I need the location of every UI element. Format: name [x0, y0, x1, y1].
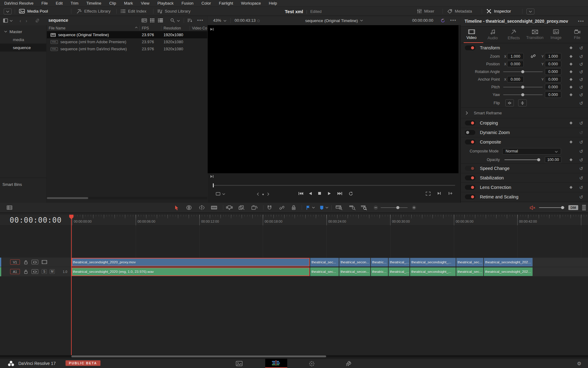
stop-button[interactable]: [318, 192, 321, 195]
viewer-zoom-level[interactable]: 43%: [213, 18, 221, 23]
composite-toggle[interactable]: [465, 140, 475, 144]
clip-frame-icon[interactable]: [42, 260, 47, 264]
media-pool-options-menu[interactable]: •••: [197, 18, 204, 23]
viewer-scrubber[interactable]: [213, 185, 455, 186]
timeline-playhead-timecode[interactable]: 00:00:00:00: [0, 215, 71, 226]
effects-library-button[interactable]: Effects Library: [77, 7, 111, 16]
fit-frame-icon[interactable]: [426, 192, 431, 196]
loop-button[interactable]: [349, 192, 353, 196]
menu-mark[interactable]: Mark: [120, 1, 137, 6]
mute-audio-icon[interactable]: [529, 204, 536, 211]
lock-icon[interactable]: [24, 270, 28, 274]
first-frame-button[interactable]: [298, 192, 303, 195]
reset-icon[interactable]: ↺: [579, 185, 583, 190]
viewer-timeline-name[interactable]: sequence (Original Timeline): [305, 18, 358, 23]
back-arrow-icon[interactable]: ‹: [20, 18, 21, 23]
zoom-y-field[interactable]: 1.000: [545, 53, 561, 59]
viewer-scrubber-playhead[interactable]: [213, 183, 214, 187]
match-frame-icon[interactable]: [437, 192, 441, 195]
anchor-x-field[interactable]: 0.000: [507, 76, 524, 82]
auto-select-icon[interactable]: [32, 260, 38, 264]
razor-edit-mode-tool[interactable]: [211, 204, 217, 211]
reset-icon[interactable]: ↺: [579, 85, 583, 89]
keyframe-icon[interactable]: [570, 86, 573, 89]
settings-gear-icon[interactable]: ⚙: [577, 361, 581, 366]
keyframe-icon[interactable]: [570, 70, 573, 73]
timeline-view-options-icon[interactable]: [6, 204, 13, 211]
dynamic-trim-mode-tool[interactable]: [198, 204, 205, 211]
menu-playback[interactable]: Playback: [153, 1, 178, 6]
keyframe-icon[interactable]: [570, 46, 573, 49]
timeline-clip[interactable]: theatrical_sec...: [310, 258, 339, 266]
media-pool-button[interactable]: Media Pool: [19, 7, 48, 16]
tab-image[interactable]: Image: [545, 26, 567, 43]
thumbnail-view-icon[interactable]: [150, 18, 154, 22]
reset-icon[interactable]: ↺: [579, 62, 583, 66]
position-lock-icon[interactable]: [290, 204, 297, 211]
table-row[interactable]: XML sequence (xml from Adobe Premiere) 2…: [47, 38, 207, 45]
sidebar-item-media[interactable]: media: [0, 36, 46, 44]
sidebar-item-master[interactable]: Master: [0, 28, 46, 36]
timeline-clip[interactable]: theatrical_secon...: [339, 267, 370, 276]
table-row[interactable]: XML sequence (xml from DaVinci Resolve) …: [47, 45, 207, 52]
timeline-clip[interactable]: theatrical_secondsight_2020 (eng, 1.0, 2…: [72, 267, 310, 276]
timeline-clip[interactable]: theatrical_secondsight_...: [410, 267, 456, 276]
timeline-clip[interactable]: theatric...: [371, 258, 388, 266]
color-page-button[interactable]: [306, 360, 317, 367]
menu-edit[interactable]: Edit: [52, 1, 66, 6]
reset-icon[interactable]: ↺: [579, 149, 583, 154]
cropping-toggle[interactable]: [465, 121, 475, 125]
custom-zoom-icon[interactable]: [361, 204, 368, 211]
marker-chevron-icon[interactable]: [325, 204, 329, 211]
reset-icon[interactable]: ↺: [579, 92, 583, 97]
timeline-clip[interactable]: theatrical_...: [389, 267, 409, 276]
audio-track-header[interactable]: A1 S M 1.0: [0, 267, 71, 276]
trim-edit-mode-tool[interactable]: [186, 204, 192, 211]
list-view-icon[interactable]: [158, 18, 163, 22]
timeline-clip[interactable]: theatrical_secondsight_202...: [484, 258, 533, 266]
retime-scaling-toggle[interactable]: [465, 194, 475, 199]
menu-app[interactable]: DaVinci Resolve: [3, 1, 37, 6]
panel-layout-button[interactable]: [526, 9, 534, 14]
last-frame-button[interactable]: [337, 192, 342, 195]
play-reverse-button[interactable]: [309, 192, 312, 195]
tab-file[interactable]: File: [567, 26, 588, 43]
opacity-field[interactable]: 100.00: [545, 156, 561, 163]
solo-button[interactable]: S: [42, 269, 47, 274]
media-page-button[interactable]: [234, 360, 245, 367]
prev-marker-icon[interactable]: [257, 193, 259, 196]
reset-icon[interactable]: ↺: [579, 140, 583, 144]
timeline-clip[interactable]: theatrical_secondsight_202...: [484, 267, 533, 276]
timeline-hscrollbar-thumb[interactable]: [71, 355, 326, 357]
snapping-magnet-icon[interactable]: [266, 204, 273, 211]
menu-view[interactable]: View: [137, 1, 153, 6]
timeline-clip[interactable]: theatric...: [371, 267, 388, 276]
flag-icon[interactable]: [305, 204, 311, 211]
video-track-header[interactable]: V1: [0, 258, 71, 267]
composite-mode-dropdown[interactable]: Normal: [502, 148, 561, 155]
reset-icon[interactable]: ↺: [579, 130, 583, 135]
forward-arrow-icon[interactable]: ›: [26, 18, 27, 23]
keyframe-icon[interactable]: [570, 78, 573, 81]
auto-select-icon[interactable]: [32, 269, 38, 274]
full-extent-zoom-icon[interactable]: [336, 204, 342, 211]
lock-icon[interactable]: [24, 260, 28, 264]
timeline-clip[interactable]: theatrical_sec...: [456, 267, 483, 276]
timeline-clip[interactable]: theatrical_...: [389, 258, 409, 266]
timeline-clip[interactable]: theatrical_secondsight_2020_proxy.mov: [72, 258, 310, 266]
selection-mode-tool[interactable]: [173, 204, 180, 211]
timeline-clip[interactable]: theatrical_sec...: [456, 258, 483, 266]
unlink-bin-icon[interactable]: [35, 18, 40, 23]
tab-effects[interactable]: Effects: [503, 26, 524, 43]
track-badge-a1[interactable]: A1: [10, 269, 20, 274]
inspector-button[interactable]: Inspector: [486, 7, 511, 16]
timeline-zoom-slider-knob[interactable]: [396, 206, 399, 209]
clip-shape-chevron-icon[interactable]: [222, 193, 225, 195]
search-icon[interactable]: [170, 18, 175, 23]
stabilization-toggle[interactable]: [465, 175, 475, 180]
menu-fusion[interactable]: Fusion: [178, 1, 198, 6]
anchor-y-field[interactable]: 0.000: [545, 76, 561, 82]
expand-chevron-icon[interactable]: [466, 111, 468, 115]
speed-change-toggle[interactable]: [465, 166, 475, 171]
opacity-slider[interactable]: [504, 159, 540, 160]
